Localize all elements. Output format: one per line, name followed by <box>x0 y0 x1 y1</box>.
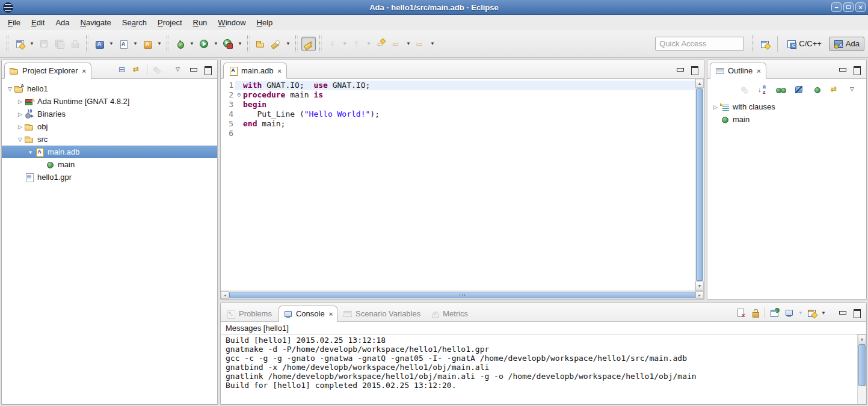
save-button[interactable] <box>37 37 51 51</box>
perspective-ada-button[interactable]: Ada <box>829 37 864 51</box>
last-edit-location-button[interactable] <box>374 37 388 51</box>
scroll-right-icon[interactable]: ▸ <box>695 291 704 299</box>
display-console-dropdown[interactable]: ▼ <box>796 310 805 316</box>
new-ada-project-button[interactable] <box>92 37 106 51</box>
new-ada-package-button[interactable] <box>140 37 155 51</box>
minimize-button[interactable] <box>836 307 848 319</box>
expander-collapsed-icon[interactable]: ▷ <box>16 124 25 130</box>
line-number[interactable]: 1 <box>221 81 235 90</box>
line-number[interactable]: 5 <box>221 119 235 129</box>
line-number[interactable]: 3 <box>221 100 235 109</box>
view-menu-button[interactable] <box>847 84 859 96</box>
new-ada-package-dropdown[interactable]: ▼ <box>155 41 164 46</box>
close-icon[interactable]: × <box>277 67 281 75</box>
hide-static-members-button[interactable] <box>793 84 805 96</box>
menu-file[interactable]: File <box>2 15 26 30</box>
back-dropdown[interactable]: ▼ <box>404 41 413 46</box>
search-dropdown[interactable]: ▼ <box>284 41 292 46</box>
close-icon[interactable]: × <box>329 310 333 318</box>
outline-item-with-clauses[interactable]: ▷with clauses <box>707 100 866 113</box>
console-vscroll-thumb[interactable] <box>858 344 866 386</box>
close-icon[interactable]: × <box>757 67 760 75</box>
menu-search[interactable]: Search <box>117 15 152 30</box>
maximize-button[interactable] <box>688 64 700 76</box>
run-dropdown[interactable]: ▼ <box>212 41 220 46</box>
outline-item-main[interactable]: main <box>707 113 866 126</box>
tab-console[interactable]: Console× <box>279 306 337 322</box>
scroll-lock-button[interactable] <box>749 307 761 319</box>
tab-metrics[interactable]: Metrics <box>426 306 472 322</box>
expander-expanded-icon[interactable]: ▾ <box>26 149 35 155</box>
open-perspective-button[interactable] <box>758 37 772 51</box>
tree-item-hello1[interactable]: ▽hello1 <box>2 82 217 95</box>
maximize-button[interactable] <box>851 64 863 76</box>
forward-button[interactable] <box>413 37 428 51</box>
menu-window[interactable]: Window <box>212 15 251 30</box>
next-annotation-button[interactable] <box>325 37 340 51</box>
tree-item-hello1-gpr[interactable]: hello1.gpr <box>2 171 217 183</box>
run-button[interactable] <box>197 37 211 51</box>
hide-non-public-members-button[interactable] <box>811 84 823 96</box>
previous-annotation-dropdown[interactable]: ▼ <box>365 41 373 46</box>
save-all-button[interactable] <box>52 37 67 51</box>
open-console-button[interactable] <box>806 307 818 319</box>
back-button[interactable] <box>389 37 404 51</box>
previous-annotation-button[interactable] <box>349 37 364 51</box>
debug-button[interactable] <box>173 37 187 51</box>
scroll-down-icon[interactable]: ▼ <box>695 281 704 291</box>
link-with-editor-button[interactable] <box>829 84 841 96</box>
tab-scenario-variables[interactable]: Scenario Variables <box>339 306 425 322</box>
minimize-button[interactable] <box>674 64 686 76</box>
new-wizard-button[interactable] <box>13 37 27 51</box>
tree-item-binaries[interactable]: ▷Binaries <box>2 108 217 120</box>
hide-fields-button[interactable] <box>775 84 787 96</box>
scroll-left-icon[interactable]: ◂ <box>221 291 229 299</box>
quick-access-input[interactable] <box>655 37 744 51</box>
code-editor[interactable]: 1with GNAT.IO; use GNAT.IO;2⊖procedure m… <box>221 79 704 291</box>
mark-occurrences-button[interactable] <box>301 37 316 51</box>
expander-collapsed-icon[interactable]: ▷ <box>711 104 720 110</box>
focus-on-active-task-button[interactable] <box>739 84 751 96</box>
editor-hscroll-thumb[interactable] <box>229 292 695 298</box>
collapse-all-button[interactable] <box>117 64 129 76</box>
new-wizard-dropdown[interactable]: ▼ <box>28 41 36 46</box>
open-console-dropdown[interactable]: ▼ <box>819 310 828 316</box>
expander-collapsed-icon[interactable]: ▷ <box>16 111 25 117</box>
tab-project-explorer[interactable]: Project Explorer × <box>4 63 91 79</box>
scroll-up-icon[interactable]: ▲ <box>858 334 866 343</box>
minimize-button[interactable] <box>187 64 199 76</box>
tree-item-main-adb[interactable]: ▾main.adb <box>2 146 217 158</box>
forward-dropdown[interactable]: ▼ <box>428 41 437 46</box>
link-with-editor-button[interactable] <box>131 64 143 76</box>
run-external-dropdown[interactable]: ▼ <box>236 41 244 46</box>
expander-expanded-icon[interactable]: ▽ <box>16 137 25 143</box>
search-button[interactable] <box>269 37 283 51</box>
editor-vertical-scrollbar[interactable]: ▲ ▼ <box>695 79 704 291</box>
close-icon[interactable]: × <box>82 67 85 75</box>
tab-outline[interactable]: Outline × <box>710 63 766 79</box>
tree-item-obj[interactable]: ▷obj <box>2 120 217 133</box>
pin-console-button[interactable] <box>769 307 781 319</box>
display-selected-console-button[interactable] <box>783 307 795 319</box>
tree-item-src[interactable]: ▽src <box>2 133 217 146</box>
new-ada-project-dropdown[interactable]: ▼ <box>107 41 115 46</box>
scroll-up-icon[interactable]: ▲ <box>695 79 704 88</box>
new-ada-source-button[interactable] <box>116 37 131 51</box>
perspective-c-c-button[interactable]: C/C++ <box>782 37 826 51</box>
console-output-area[interactable]: Build [hello1] 2015.02.25 13:12:18gnatma… <box>221 334 866 404</box>
run-external-button[interactable] <box>221 37 235 51</box>
view-menu-button[interactable] <box>173 64 185 76</box>
sort-button[interactable] <box>757 84 769 96</box>
menu-edit[interactable]: Edit <box>26 15 50 30</box>
open-element-button[interactable] <box>253 37 268 51</box>
expander-expanded-icon[interactable]: ▽ <box>5 86 14 92</box>
line-number[interactable]: 4 <box>221 109 235 119</box>
tree-item-main[interactable]: main <box>2 158 217 171</box>
menu-project[interactable]: Project <box>152 15 187 30</box>
clear-console-button[interactable] <box>734 307 746 319</box>
tab-main-adb[interactable]: main.adb × <box>223 63 287 79</box>
menu-help[interactable]: Help <box>251 15 279 30</box>
tab-problems[interactable]: Problems <box>222 306 276 322</box>
minimize-button[interactable] <box>836 64 848 76</box>
menu-navigate[interactable]: Navigate <box>75 15 117 30</box>
